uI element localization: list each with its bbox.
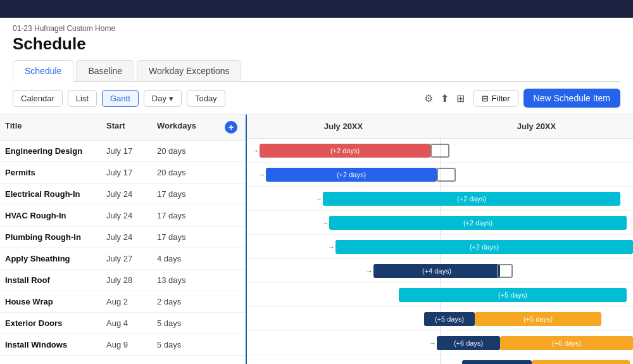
row-extra-7 <box>215 296 247 308</box>
gantt-bar-5[interactable]: (+4 days) <box>373 264 500 278</box>
list-view-button[interactable]: List <box>68 90 97 107</box>
icon-group: ⚙ ⬆ ⊞ <box>424 92 465 104</box>
row-title-2: Electrical Rough-In <box>0 184 101 204</box>
gantt-divider <box>440 355 441 364</box>
gantt-row: (+2 days)→ <box>247 139 633 163</box>
row-workdays-6: 13 days <box>152 270 215 291</box>
row-extra-4 <box>215 232 247 243</box>
table-row[interactable]: Plumbing Rough-In July 24 17 days <box>0 227 246 248</box>
gantt-row: (+2 days)→ <box>247 235 633 259</box>
row-start-3: July 24 <box>101 205 152 226</box>
row-workdays-7: 2 days <box>152 291 215 312</box>
gantt-row: (+2 days)→ <box>247 187 633 211</box>
table-row[interactable]: Exterior Doors Aug 4 5 days <box>0 313 246 334</box>
page-title: Schedule <box>13 34 620 54</box>
table-row[interactable]: Permits July 17 20 days <box>0 162 246 184</box>
row-title-6: Install Roof <box>0 270 101 291</box>
table-row[interactable]: Install Windows Aug 9 5 days <box>0 334 246 356</box>
gantt-row: (+5 days) <box>247 283 633 307</box>
gantt-outline-5 <box>497 264 513 278</box>
chevron-down-icon: ▾ <box>169 94 173 103</box>
gantt-bar-4[interactable]: (+2 days) <box>335 240 633 254</box>
row-start-1: July 17 <box>101 162 152 183</box>
row-workdays-1: 20 days <box>152 162 215 183</box>
tab-schedule[interactable]: Schedule <box>13 60 73 82</box>
gantt-bar-7[interactable]: (+5 days) <box>424 312 475 326</box>
table-row[interactable]: Engineering Design July 17 20 days <box>0 141 246 162</box>
toolbar: Calendar List Gantt Day ▾ Today ⚙ ⬆ ⊞ ⊟ … <box>0 82 633 115</box>
row-start-4: July 24 <box>101 227 152 248</box>
share-icon[interactable]: ⬆ <box>441 92 449 104</box>
arrow-3: → <box>322 219 329 227</box>
row-start-0: July 17 <box>101 141 152 161</box>
table-row[interactable]: Apply Sheathing July 27 4 days <box>0 248 246 270</box>
col-start: Start <box>101 115 152 140</box>
row-workdays-2: 17 days <box>152 184 215 204</box>
arrow-8: → <box>429 339 436 347</box>
gantt-row: (+2 days)→ <box>247 163 633 187</box>
row-workdays-9: 5 days <box>152 334 215 355</box>
filter-icon: ⊟ <box>482 94 489 103</box>
gantt-outline-0 <box>430 144 449 158</box>
gantt-bar2-7[interactable]: (+5 days) <box>475 312 601 326</box>
row-extra-8 <box>215 318 247 329</box>
project-label: 01-23 Hufnagel Custom Home <box>13 24 620 33</box>
row-extra-3 <box>215 210 247 222</box>
gantt-header-col-2: July 20XX <box>440 115 633 137</box>
add-column-button[interactable]: + <box>225 121 237 134</box>
gantt-row: (+4 days)→ <box>247 259 633 283</box>
row-extra-0 <box>215 146 247 157</box>
calendar-view-button[interactable]: Calendar <box>13 90 63 107</box>
gantt-bar-8[interactable]: (+6 days) <box>437 336 500 350</box>
row-title-7: House Wrap <box>0 291 101 312</box>
gantt-bar2-9[interactable]: (+7 days) <box>532 360 630 365</box>
new-schedule-item-button[interactable]: New Schedule Item <box>523 89 620 108</box>
row-workdays-3: 17 days <box>152 205 215 226</box>
row-workdays-0: 20 days <box>152 141 215 161</box>
table-body: Engineering Design July 17 20 days Permi… <box>0 141 246 356</box>
col-workdays: Workdays <box>152 115 215 140</box>
table-row[interactable]: Electrical Rough-In July 24 17 days <box>0 184 246 205</box>
row-title-3: HVAC Rough-In <box>0 205 101 226</box>
table-row[interactable]: HVAC Rough-In July 24 17 days <box>0 205 246 227</box>
gantt-bar2-8[interactable]: (+6 days) <box>500 336 633 350</box>
gantt-bar-3[interactable]: (+2 days) <box>329 216 627 230</box>
gantt-bar-2[interactable]: (+2 days) <box>323 192 620 206</box>
row-workdays-8: 5 days <box>152 313 215 334</box>
row-title-8: Exterior Doors <box>0 313 101 334</box>
tab-baseline[interactable]: Baseline <box>76 60 134 81</box>
row-title-1: Permits <box>0 162 101 183</box>
gantt-row: (+6 days)(+6 days)→ <box>247 331 633 355</box>
gantt-row: (+7 days)(+7 days) <box>247 355 633 364</box>
arrow-2: → <box>315 195 322 203</box>
col-title: Title <box>0 115 101 140</box>
gantt-view-button[interactable]: Gantt <box>102 90 139 107</box>
top-bar <box>0 0 633 18</box>
gantt-rows: (+2 days)→(+2 days)→(+2 days)→(+2 days)→… <box>247 139 633 364</box>
arrow-1: → <box>258 171 265 179</box>
gantt-row: (+5 days)(+5 days) <box>247 307 633 331</box>
gantt-bar-6[interactable]: (+5 days) <box>399 288 627 302</box>
row-start-8: Aug 4 <box>101 313 152 334</box>
arrow-5: → <box>366 267 373 275</box>
tab-workday-exceptions[interactable]: Workday Exceptions <box>137 60 241 81</box>
gantt-row: (+2 days)→ <box>247 211 633 235</box>
day-dropdown[interactable]: Day ▾ <box>144 90 182 107</box>
gantt-bar-1[interactable]: (+2 days) <box>266 168 437 182</box>
row-extra-6 <box>215 275 247 286</box>
table-row[interactable]: Install Roof July 28 13 days <box>0 270 246 291</box>
tab-bar: Schedule Baseline Workday Exceptions <box>13 60 620 82</box>
settings-icon[interactable]: ⚙ <box>424 92 433 104</box>
header-area: 01-23 Hufnagel Custom Home Schedule Sche… <box>0 18 633 82</box>
table-header: Title Start Workdays + <box>0 115 246 141</box>
layout-icon[interactable]: ⊞ <box>456 92 465 104</box>
gantt-header-col-1: July 20XX <box>247 115 440 137</box>
today-button[interactable]: Today <box>187 90 225 107</box>
row-title-5: Apply Sheathing <box>0 248 101 269</box>
filter-button[interactable]: ⊟ Filter <box>473 90 518 107</box>
gantt-bar-9[interactable]: (+7 days) <box>462 360 532 365</box>
gantt-bar-0[interactable]: (+2 days) <box>260 144 430 158</box>
row-title-9: Install Windows <box>0 334 101 355</box>
gantt-outline-1 <box>437 168 456 182</box>
table-row[interactable]: House Wrap Aug 2 2 days <box>0 291 246 313</box>
